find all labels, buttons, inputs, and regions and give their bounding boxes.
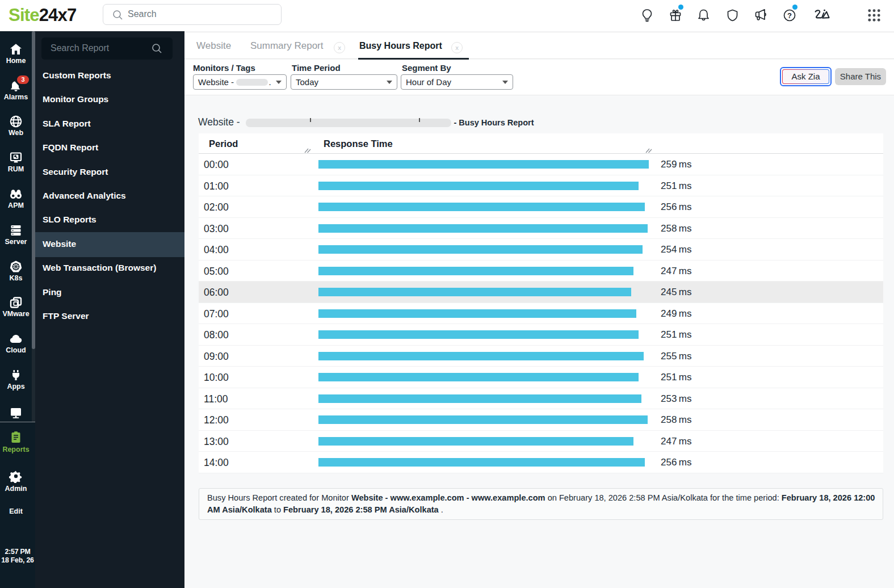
svg-text:?: ? xyxy=(787,11,792,20)
